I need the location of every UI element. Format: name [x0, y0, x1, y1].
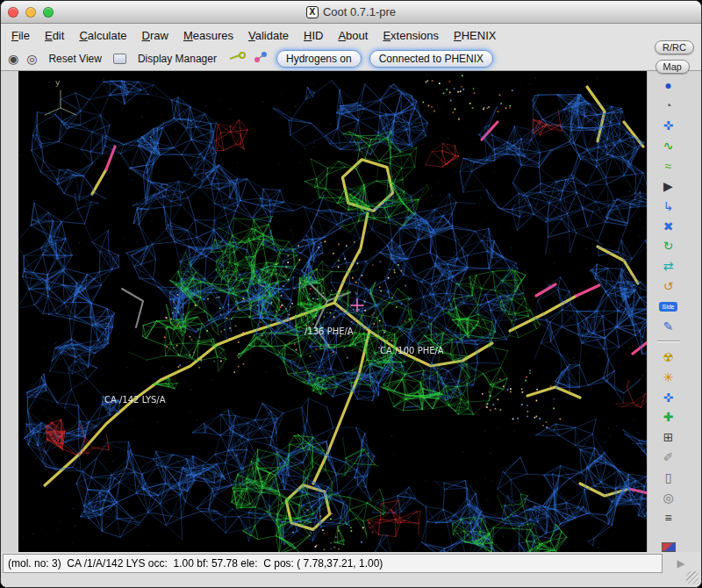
target-icon[interactable]: ◎	[26, 53, 37, 65]
add-alt-conf-icon[interactable]: ✚	[658, 408, 679, 427]
status-bar: (mol. no: 3) CA /1/A/142 LYS occ: 1.00 b…	[1, 552, 701, 587]
resize-grip[interactable]	[686, 571, 698, 584]
zoom-button[interactable]	[43, 7, 54, 18]
delete-item-icon[interactable]: ▯	[658, 469, 679, 487]
x11-app-icon: X	[306, 6, 319, 18]
phenix-connection-button[interactable]: Connected to PHENIX	[369, 50, 493, 68]
display-manager-icon	[113, 54, 126, 64]
place-atom-icon[interactable]: ⊞	[658, 428, 679, 447]
key-icon[interactable]	[228, 52, 246, 65]
menu-validate[interactable]: Validate	[248, 29, 289, 42]
sphere-refine-icon[interactable]: ●	[658, 76, 679, 95]
play-icon: ▶	[677, 557, 684, 570]
window-title-text: Coot 0.7.1-pre	[323, 5, 396, 18]
menu-file[interactable]: File	[11, 29, 30, 42]
main-toolbar: ◉ ◎ Reset View Display Manager Hydrogens…	[1, 47, 701, 71]
title-bar[interactable]: X Coot 0.7.1-pre	[1, 1, 701, 24]
torsion-general-icon[interactable]: ⇄	[658, 257, 679, 276]
history-clock-icon[interactable]: ◔	[658, 97, 679, 115]
content-area: ●◔✜∿≈▶↳✖↻⇄↺Side✎☢✳✜✚⊞✐▯◎≡	[1, 71, 701, 552]
left-gutter	[1, 71, 18, 552]
rrc-button[interactable]: R/RC	[655, 40, 694, 54]
real-space-refine-icon[interactable]: ∿	[658, 137, 679, 155]
menu-draw[interactable]: Draw	[142, 29, 168, 42]
map-button[interactable]: Map	[655, 60, 690, 74]
translate-zone-icon[interactable]: ✜	[658, 117, 679, 135]
pencil-icon[interactable]: ✐	[658, 448, 679, 467]
add-terminal-residue-icon[interactable]: ✜	[658, 388, 679, 406]
menu-bar: FileEditCalculateDrawMeasuresValidateHID…	[1, 24, 701, 47]
hydrogens-toggle-button[interactable]: Hydrogens on	[276, 50, 362, 68]
window-title: X Coot 0.7.1-pre	[1, 5, 701, 18]
undo-icon[interactable]: ◎	[658, 489, 679, 507]
regularize-zone-icon[interactable]: ≈	[658, 157, 679, 176]
simple-mutate-icon[interactable]: ✳	[658, 368, 679, 386]
coot-window: X Coot 0.7.1-pre FileEditCalculateDrawMe…	[0, 0, 702, 588]
list-icon[interactable]: ≡	[658, 508, 679, 527]
toolbar-divider	[657, 341, 680, 342]
menu-hid[interactable]: HID	[304, 29, 323, 42]
menu-about[interactable]: About	[338, 29, 368, 42]
expand-button[interactable]: ▶	[663, 554, 699, 573]
pointer-icon[interactable]: ▶	[658, 176, 679, 195]
ball-and-stick-icon[interactable]	[254, 51, 269, 66]
model-refine-toolbar: ●◔✜∿≈▶↳✖↻⇄↺Side✎☢✳✜✚⊞✐▯◎≡	[647, 71, 701, 552]
auto-fit-rotamer-icon[interactable]: ↳	[658, 197, 679, 215]
menu-edit[interactable]: Edit	[45, 29, 64, 42]
display-manager-button[interactable]: Display Manager	[134, 51, 220, 67]
mutate-icon[interactable]: ☢	[658, 348, 679, 366]
menu-extensions[interactable]: Extensions	[383, 29, 439, 42]
reset-view-button[interactable]: Reset View	[45, 51, 104, 67]
rotate-translate-icon[interactable]: ↻	[658, 237, 679, 255]
record-icon[interactable]: ◉	[8, 53, 18, 65]
menu-phenix[interactable]: PHENIX	[454, 29, 496, 42]
side-chain-flip-icon[interactable]: Side	[658, 298, 679, 316]
menu-calculate[interactable]: Calculate	[79, 29, 126, 42]
edit-chi-angles-icon[interactable]: ↺	[658, 277, 679, 296]
jed-flip-icon[interactable]: ✎	[658, 318, 679, 336]
menu-measures[interactable]: Measures	[183, 29, 233, 42]
molecular-viewport[interactable]	[18, 71, 647, 552]
minimize-button[interactable]	[25, 7, 36, 18]
flip-peptide-icon[interactable]: ✖	[658, 217, 679, 235]
run-refmac-icon[interactable]	[662, 542, 676, 552]
status-text: (mol. no: 3) CA /1/A/142 LYS occ: 1.00 b…	[3, 554, 663, 573]
close-button[interactable]	[8, 7, 18, 18]
